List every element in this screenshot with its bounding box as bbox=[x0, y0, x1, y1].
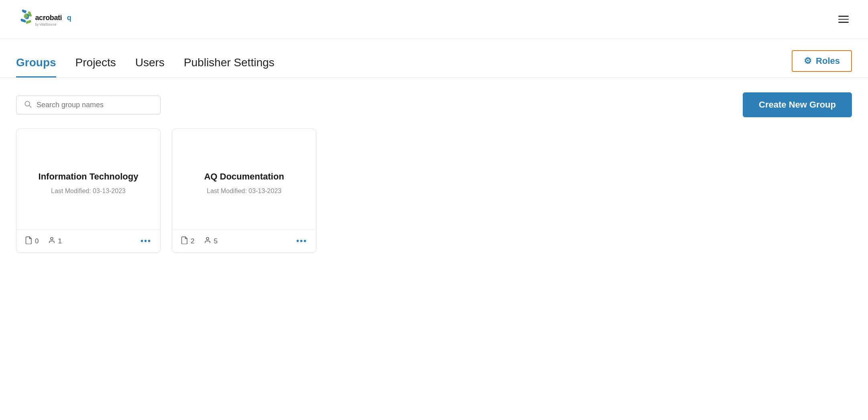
document-icon bbox=[25, 236, 33, 246]
tab-publisher-settings[interactable]: Publisher Settings bbox=[184, 56, 275, 77]
user-count: 1 bbox=[58, 237, 61, 245]
main-nav: Groups Projects Users Publisher Settings… bbox=[0, 39, 868, 78]
logo-image: acrobati q by VitalSource bbox=[16, 7, 88, 31]
svg-text:acrobati: acrobati bbox=[35, 14, 62, 22]
doc-count: 0 bbox=[35, 237, 39, 245]
user-icon bbox=[204, 236, 211, 246]
group-last-modified: Last Modified: 03-13-2023 bbox=[207, 188, 281, 195]
user-count: 5 bbox=[214, 237, 217, 245]
group-card[interactable]: Information Technology Last Modified: 03… bbox=[16, 128, 161, 253]
card-stats: 0 1 bbox=[25, 236, 62, 246]
groups-grid: Information Technology Last Modified: 03… bbox=[0, 128, 868, 269]
doc-stat: 0 bbox=[25, 236, 39, 246]
group-card[interactable]: AQ Documentation Last Modified: 03-13-20… bbox=[172, 128, 316, 253]
doc-stat: 2 bbox=[181, 236, 194, 246]
app-header: acrobati q by VitalSource bbox=[0, 0, 868, 39]
group-name: Information Technology bbox=[39, 171, 139, 182]
document-icon bbox=[181, 236, 188, 246]
search-box bbox=[16, 96, 161, 114]
svg-point-6 bbox=[51, 237, 53, 240]
tab-groups[interactable]: Groups bbox=[16, 56, 56, 77]
svg-text:q: q bbox=[67, 14, 71, 22]
svg-line-5 bbox=[29, 105, 31, 107]
user-stat: 1 bbox=[48, 236, 61, 246]
card-footer: 2 5 ••• bbox=[172, 229, 316, 253]
gear-icon: ⚙ bbox=[804, 56, 812, 66]
logo: acrobati q by VitalSource bbox=[16, 7, 88, 31]
roles-button-label: Roles bbox=[816, 56, 840, 66]
svg-text:by VitalSource: by VitalSource bbox=[35, 23, 56, 27]
tab-projects[interactable]: Projects bbox=[75, 56, 116, 77]
tab-users[interactable]: Users bbox=[135, 56, 165, 77]
card-body: AQ Documentation Last Modified: 03-13-20… bbox=[172, 129, 316, 229]
search-input[interactable] bbox=[37, 101, 153, 109]
user-icon bbox=[48, 236, 55, 246]
card-footer: 0 1 ••• bbox=[16, 229, 160, 253]
doc-count: 2 bbox=[191, 237, 194, 245]
toolbar: Create New Group bbox=[0, 78, 868, 128]
group-name: AQ Documentation bbox=[204, 171, 284, 182]
more-options-button[interactable]: ••• bbox=[141, 237, 151, 246]
menu-button[interactable] bbox=[835, 12, 852, 26]
user-stat: 5 bbox=[204, 236, 217, 246]
card-stats: 2 5 bbox=[181, 236, 218, 246]
svg-point-7 bbox=[206, 237, 209, 240]
card-body: Information Technology Last Modified: 03… bbox=[16, 129, 160, 229]
search-icon bbox=[24, 100, 32, 110]
create-new-group-button[interactable]: Create New Group bbox=[743, 92, 852, 117]
group-last-modified: Last Modified: 03-13-2023 bbox=[51, 188, 126, 195]
nav-tabs: Groups Projects Users Publisher Settings bbox=[16, 56, 275, 77]
more-options-button[interactable]: ••• bbox=[296, 237, 307, 246]
roles-button[interactable]: ⚙ Roles bbox=[792, 50, 852, 72]
